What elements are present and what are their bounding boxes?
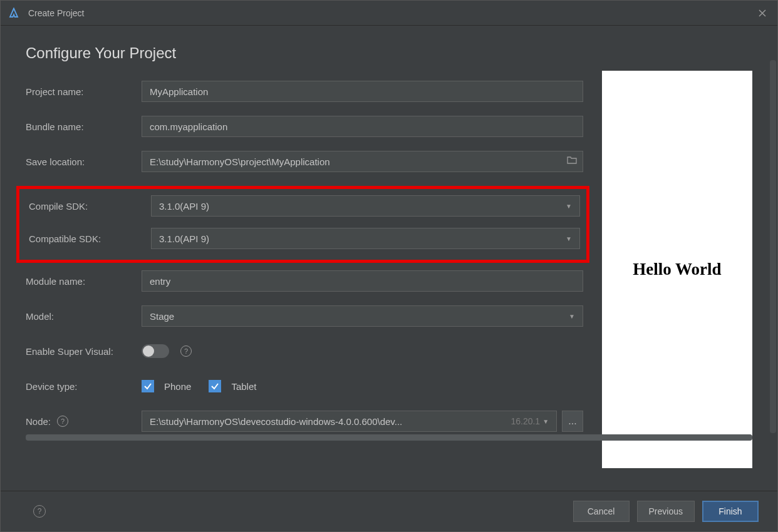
sdk-highlight-box: Compile SDK: 3.1.0(API 9) ▼ Compatible S…	[16, 186, 589, 263]
previous-button[interactable]: Previous	[637, 501, 695, 522]
title-bar: Create Project	[1, 1, 777, 26]
footer-help-icon[interactable]: ?	[33, 505, 46, 518]
chevron-down-icon: ▼	[569, 313, 575, 320]
input-project-name[interactable]	[142, 81, 583, 102]
row-project-name: Project name:	[26, 81, 583, 102]
footer-bar: ? Cancel Previous Finish	[1, 491, 777, 531]
label-save-location: Save location:	[26, 156, 142, 167]
help-icon-node[interactable]: ?	[57, 416, 68, 427]
select-compatible-sdk-value: 3.1.0(API 9)	[159, 233, 209, 244]
row-enable-super-visual: Enable Super Visual: ?	[26, 340, 583, 362]
node-path-value: E:\study\HarmonyOS\devecostudio-windows-…	[142, 416, 511, 427]
help-icon-super-visual[interactable]: ?	[180, 345, 192, 357]
page-heading: Configure Your Project	[26, 44, 583, 62]
row-compile-sdk: Compile SDK: 3.1.0(API 9) ▼	[26, 195, 580, 217]
label-bundle-name: Bundle name:	[26, 121, 142, 132]
folder-browse-icon[interactable]	[567, 156, 577, 167]
finish-button[interactable]: Finish	[702, 501, 759, 522]
row-compatible-sdk: Compatible SDK: 3.1.0(API 9) ▼	[26, 228, 580, 249]
label-node: Node: ?	[26, 416, 142, 427]
create-project-dialog: Create Project Configure Your Project Pr…	[0, 0, 778, 532]
input-module-name[interactable]	[142, 270, 583, 292]
checkbox-tablet-label: Tablet	[231, 381, 256, 392]
checkbox-phone-label: Phone	[164, 381, 191, 392]
row-model: Model: Stage ▼	[26, 305, 583, 327]
row-device-type: Device type: Phone Tablet	[26, 376, 583, 397]
form-area: Configure Your Project Project name: Bun…	[26, 44, 602, 484]
chevron-down-icon: ▼	[566, 203, 572, 210]
vertical-scrollbar[interactable]	[770, 60, 776, 433]
window-title: Create Project	[28, 8, 84, 18]
select-compile-sdk-value: 3.1.0(API 9)	[159, 201, 209, 212]
chevron-down-icon: ▼	[566, 235, 572, 242]
row-module-name: Module name:	[26, 270, 583, 292]
app-logo-icon	[8, 8, 19, 19]
checkbox-tablet[interactable]	[209, 380, 221, 392]
node-browse-button[interactable]: ...	[562, 411, 583, 432]
select-model[interactable]: Stage ▼	[142, 305, 583, 327]
label-device-type: Device type:	[26, 381, 142, 392]
toggle-super-visual[interactable]	[142, 344, 169, 358]
select-compile-sdk[interactable]: 3.1.0(API 9) ▼	[151, 195, 580, 217]
input-save-location[interactable]	[142, 151, 583, 172]
content-area: Configure Your Project Project name: Bun…	[1, 26, 777, 491]
label-module-name: Module name:	[26, 276, 142, 287]
preview-text: Hello World	[633, 260, 721, 279]
node-version: 16.20.1 ▼	[511, 416, 552, 426]
label-compile-sdk: Compile SDK:	[29, 201, 151, 212]
label-compatible-sdk: Compatible SDK:	[29, 233, 151, 244]
label-project-name: Project name:	[26, 86, 142, 97]
select-compatible-sdk[interactable]: 3.1.0(API 9) ▼	[151, 228, 580, 249]
row-node: Node: ? E:\study\HarmonyOS\devecostudio-…	[26, 411, 583, 432]
select-model-value: Stage	[150, 311, 174, 322]
chevron-down-icon: ▼	[542, 418, 549, 425]
label-model: Model:	[26, 311, 142, 322]
row-save-location: Save location:	[26, 151, 583, 172]
cancel-button[interactable]: Cancel	[573, 501, 630, 522]
close-button[interactable]	[755, 6, 770, 21]
horizontal-scrollbar[interactable]	[26, 434, 752, 441]
label-super-visual: Enable Super Visual:	[26, 346, 142, 357]
select-node[interactable]: E:\study\HarmonyOS\devecostudio-windows-…	[142, 411, 557, 432]
preview-pane: Hello World	[602, 71, 752, 468]
toggle-knob	[143, 345, 154, 357]
row-bundle-name: Bundle name:	[26, 116, 583, 137]
checkbox-phone[interactable]	[142, 380, 154, 392]
input-bundle-name[interactable]	[142, 116, 583, 137]
